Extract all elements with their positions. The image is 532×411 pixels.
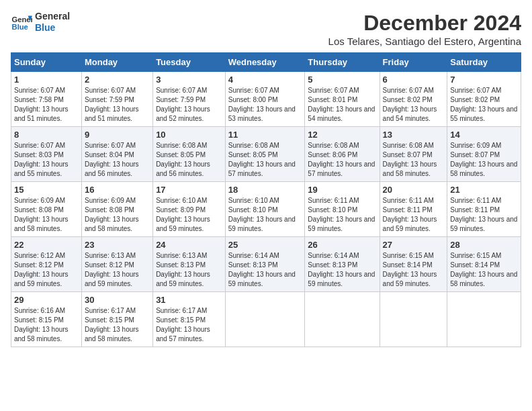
calendar-body: 1 Sunrise: 6:07 AM Sunset: 7:58 PM Dayli… — [11, 72, 521, 347]
calendar-cell-8: 8 Sunrise: 6:07 AM Sunset: 8:03 PM Dayli… — [11, 127, 82, 182]
day-info: Sunrise: 6:09 AM Sunset: 8:07 PM Dayligh… — [450, 141, 518, 179]
header-row: Sunday Monday Tuesday Wednesday Thursday… — [11, 53, 521, 72]
day-number: 18 — [228, 185, 302, 195]
day-info: Sunrise: 6:11 AM Sunset: 8:11 PM Dayligh… — [450, 196, 518, 234]
logo-blue: Blue — [35, 22, 70, 34]
day-info: Sunrise: 6:13 AM Sunset: 8:12 PM Dayligh… — [85, 251, 150, 289]
calendar-cell-30: 30 Sunrise: 6:17 AM Sunset: 8:15 PM Dayl… — [81, 292, 152, 347]
calendar-cell-31: 31 Sunrise: 6:17 AM Sunset: 8:15 PM Dayl… — [153, 292, 226, 347]
day-number: 8 — [14, 130, 79, 140]
day-number: 20 — [383, 185, 445, 195]
calendar-row-2: 15 Sunrise: 6:09 AM Sunset: 8:08 PM Dayl… — [11, 182, 521, 237]
day-info: Sunrise: 6:08 AM Sunset: 8:05 PM Dayligh… — [228, 141, 302, 179]
day-info: Sunrise: 6:15 AM Sunset: 8:14 PM Dayligh… — [450, 251, 518, 289]
calendar-cell-14: 14 Sunrise: 6:09 AM Sunset: 8:07 PM Dayl… — [447, 127, 521, 182]
day-number: 30 — [85, 295, 150, 305]
day-number: 31 — [156, 295, 222, 305]
day-number: 7 — [450, 75, 518, 85]
day-info: Sunrise: 6:08 AM Sunset: 8:06 PM Dayligh… — [308, 141, 376, 179]
calendar-row-4: 29 Sunrise: 6:16 AM Sunset: 8:15 PM Dayl… — [11, 292, 521, 347]
calendar-cell-6: 6 Sunrise: 6:07 AM Sunset: 8:02 PM Dayli… — [380, 72, 447, 127]
calendar-row-3: 22 Sunrise: 6:12 AM Sunset: 8:12 PM Dayl… — [11, 237, 521, 292]
calendar-cell-25: 25 Sunrise: 6:14 AM Sunset: 8:13 PM Dayl… — [225, 237, 305, 292]
calendar-row-1: 8 Sunrise: 6:07 AM Sunset: 8:03 PM Dayli… — [11, 127, 521, 182]
day-info: Sunrise: 6:11 AM Sunset: 8:11 PM Dayligh… — [383, 196, 445, 234]
day-info: Sunrise: 6:17 AM Sunset: 8:15 PM Dayligh… — [85, 306, 150, 344]
calendar-cell-18: 18 Sunrise: 6:10 AM Sunset: 8:10 PM Dayl… — [225, 182, 305, 237]
day-number: 14 — [450, 130, 518, 140]
day-number: 29 — [14, 295, 79, 305]
day-info: Sunrise: 6:09 AM Sunset: 8:08 PM Dayligh… — [14, 196, 79, 234]
calendar-cell-2: 2 Sunrise: 6:07 AM Sunset: 7:59 PM Dayli… — [81, 72, 152, 127]
day-number: 5 — [308, 75, 376, 85]
day-info: Sunrise: 6:14 AM Sunset: 8:13 PM Dayligh… — [308, 251, 376, 289]
day-info: Sunrise: 6:07 AM Sunset: 8:04 PM Dayligh… — [85, 141, 150, 179]
col-monday: Monday — [81, 53, 152, 72]
day-number: 3 — [156, 75, 222, 85]
day-info: Sunrise: 6:11 AM Sunset: 8:10 PM Dayligh… — [308, 196, 376, 234]
day-number: 16 — [85, 185, 150, 195]
calendar-cell-15: 15 Sunrise: 6:09 AM Sunset: 8:08 PM Dayl… — [11, 182, 82, 237]
calendar-cell-16: 16 Sunrise: 6:09 AM Sunset: 8:08 PM Dayl… — [81, 182, 152, 237]
day-number: 10 — [156, 130, 222, 140]
day-number: 2 — [85, 75, 150, 85]
day-info: Sunrise: 6:14 AM Sunset: 8:13 PM Dayligh… — [228, 251, 302, 289]
day-number: 23 — [85, 240, 150, 250]
logo: General Blue General Blue — [11, 11, 70, 34]
day-info: Sunrise: 6:08 AM Sunset: 8:07 PM Dayligh… — [383, 141, 445, 179]
day-info: Sunrise: 6:17 AM Sunset: 8:15 PM Dayligh… — [156, 306, 222, 344]
day-info: Sunrise: 6:07 AM Sunset: 8:00 PM Dayligh… — [228, 86, 302, 124]
empty-cell — [225, 292, 305, 347]
day-info: Sunrise: 6:07 AM Sunset: 8:02 PM Dayligh… — [450, 86, 518, 124]
col-sunday: Sunday — [11, 53, 82, 72]
calendar-cell-9: 9 Sunrise: 6:07 AM Sunset: 8:04 PM Dayli… — [81, 127, 152, 182]
day-info: Sunrise: 6:07 AM Sunset: 7:58 PM Dayligh… — [14, 86, 79, 124]
calendar-cell-24: 24 Sunrise: 6:13 AM Sunset: 8:13 PM Dayl… — [153, 237, 226, 292]
calendar-cell-21: 21 Sunrise: 6:11 AM Sunset: 8:11 PM Dayl… — [447, 182, 521, 237]
calendar-cell-4: 4 Sunrise: 6:07 AM Sunset: 8:00 PM Dayli… — [225, 72, 305, 127]
calendar-cell-20: 20 Sunrise: 6:11 AM Sunset: 8:11 PM Dayl… — [380, 182, 447, 237]
calendar-cell-13: 13 Sunrise: 6:08 AM Sunset: 8:07 PM Dayl… — [380, 127, 447, 182]
day-number: 24 — [156, 240, 222, 250]
logo-general: General — [35, 11, 70, 22]
empty-cell — [380, 292, 447, 347]
calendar-row-0: 1 Sunrise: 6:07 AM Sunset: 7:58 PM Dayli… — [11, 72, 521, 127]
day-number: 28 — [450, 240, 518, 250]
day-number: 25 — [228, 240, 302, 250]
col-tuesday: Tuesday — [153, 53, 226, 72]
day-info: Sunrise: 6:07 AM Sunset: 8:03 PM Dayligh… — [14, 141, 79, 179]
calendar-cell-3: 3 Sunrise: 6:07 AM Sunset: 7:59 PM Dayli… — [153, 72, 226, 127]
calendar-cell-19: 19 Sunrise: 6:11 AM Sunset: 8:10 PM Dayl… — [305, 182, 380, 237]
calendar-cell-26: 26 Sunrise: 6:14 AM Sunset: 8:13 PM Dayl… — [305, 237, 380, 292]
title-block: December 2024 Los Telares, Santiago del … — [328, 11, 521, 47]
day-number: 6 — [383, 75, 445, 85]
day-info: Sunrise: 6:07 AM Sunset: 8:01 PM Dayligh… — [308, 86, 376, 124]
day-number: 11 — [228, 130, 302, 140]
day-number: 9 — [85, 130, 150, 140]
calendar-cell-27: 27 Sunrise: 6:15 AM Sunset: 8:14 PM Dayl… — [380, 237, 447, 292]
day-info: Sunrise: 6:07 AM Sunset: 7:59 PM Dayligh… — [156, 86, 222, 124]
calendar-cell-22: 22 Sunrise: 6:12 AM Sunset: 8:12 PM Dayl… — [11, 237, 82, 292]
calendar-cell-17: 17 Sunrise: 6:10 AM Sunset: 8:09 PM Dayl… — [153, 182, 226, 237]
day-number: 27 — [383, 240, 445, 250]
day-number: 22 — [14, 240, 79, 250]
calendar-cell-11: 11 Sunrise: 6:08 AM Sunset: 8:05 PM Dayl… — [225, 127, 305, 182]
calendar-cell-5: 5 Sunrise: 6:07 AM Sunset: 8:01 PM Dayli… — [305, 72, 380, 127]
calendar-cell-28: 28 Sunrise: 6:15 AM Sunset: 8:14 PM Dayl… — [447, 237, 521, 292]
empty-cell — [305, 292, 380, 347]
day-number: 1 — [14, 75, 79, 85]
svg-text:Blue: Blue — [12, 23, 28, 31]
day-info: Sunrise: 6:15 AM Sunset: 8:14 PM Dayligh… — [383, 251, 445, 289]
calendar-cell-1: 1 Sunrise: 6:07 AM Sunset: 7:58 PM Dayli… — [11, 72, 82, 127]
header: General Blue General Blue December 2024 … — [11, 11, 521, 47]
col-saturday: Saturday — [447, 53, 521, 72]
col-friday: Friday — [380, 53, 447, 72]
day-info: Sunrise: 6:07 AM Sunset: 8:02 PM Dayligh… — [383, 86, 445, 124]
day-number: 12 — [308, 130, 376, 140]
col-thursday: Thursday — [305, 53, 380, 72]
day-number: 4 — [228, 75, 302, 85]
day-info: Sunrise: 6:08 AM Sunset: 8:05 PM Dayligh… — [156, 141, 222, 179]
day-info: Sunrise: 6:09 AM Sunset: 8:08 PM Dayligh… — [85, 196, 150, 234]
calendar-cell-23: 23 Sunrise: 6:13 AM Sunset: 8:12 PM Dayl… — [81, 237, 152, 292]
subtitle: Los Telares, Santiago del Estero, Argent… — [328, 36, 521, 47]
